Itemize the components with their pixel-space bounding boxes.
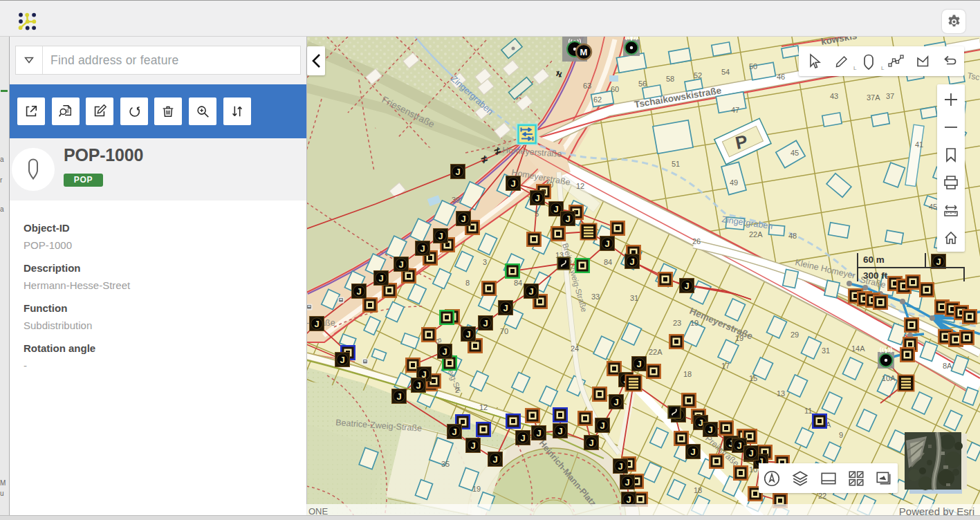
svg-text:9: 9 (839, 431, 843, 439)
svg-text:8: 8 (465, 279, 470, 287)
svg-text:54: 54 (721, 68, 730, 76)
svg-text:J: J (492, 454, 497, 465)
svg-text:3: 3 (483, 258, 487, 266)
svg-text:5: 5 (535, 210, 539, 218)
svg-text:19: 19 (735, 334, 743, 342)
svg-text:56: 56 (638, 80, 647, 88)
svg-text:46: 46 (777, 73, 785, 81)
svg-text:J: J (420, 243, 425, 254)
svg-text:J: J (737, 440, 741, 451)
svg-text:J: J (455, 167, 460, 177)
svg-text:14A: 14A (851, 344, 865, 353)
svg-text:12: 12 (576, 182, 584, 190)
svg-text:63: 63 (583, 82, 591, 90)
svg-text:24: 24 (571, 344, 579, 353)
svg-text:19: 19 (690, 319, 699, 327)
svg-text:J: J (378, 273, 383, 284)
svg-text:J: J (626, 494, 631, 505)
svg-text:33: 33 (591, 292, 600, 301)
svg-text:18: 18 (683, 370, 692, 378)
svg-text:58: 58 (666, 75, 674, 83)
svg-text:19: 19 (472, 485, 481, 493)
svg-text:45: 45 (791, 149, 799, 157)
svg-text:J: J (684, 281, 689, 291)
svg-text:J: J (629, 257, 634, 267)
svg-text:22A: 22A (649, 348, 663, 356)
svg-text:J: J (398, 259, 403, 270)
svg-text:J: J (503, 303, 508, 313)
svg-text:J: J (536, 428, 541, 438)
svg-text:J: J (510, 178, 515, 189)
svg-text:J: J (636, 359, 641, 369)
svg-text:13: 13 (777, 389, 785, 398)
svg-text:J: J (600, 420, 604, 431)
svg-text:J: J (356, 286, 361, 297)
svg-text:J: J (589, 438, 593, 448)
svg-text:50: 50 (749, 62, 757, 71)
svg-text:43: 43 (830, 92, 838, 100)
svg-text:J: J (465, 329, 470, 340)
svg-text:J: J (618, 461, 622, 472)
svg-text:J: J (528, 286, 533, 297)
svg-text:J: J (557, 426, 562, 436)
svg-text:51: 51 (672, 160, 680, 168)
svg-text:22A: 22A (749, 230, 763, 239)
svg-text:J: J (613, 397, 618, 407)
svg-text:J: J (625, 477, 629, 488)
svg-text:M: M (580, 47, 588, 57)
svg-text:41: 41 (915, 140, 923, 149)
svg-text:29: 29 (791, 331, 799, 339)
svg-text:J: J (708, 425, 712, 435)
svg-text:84: 84 (514, 279, 522, 287)
svg-text:10A: 10A (882, 374, 896, 382)
svg-text:J: J (698, 418, 703, 428)
svg-text:49: 49 (730, 178, 738, 187)
svg-text:23: 23 (673, 319, 681, 327)
svg-text:J: J (748, 448, 753, 458)
svg-text:84: 84 (604, 258, 612, 266)
svg-text:31: 31 (822, 346, 830, 355)
svg-text:J: J (314, 319, 319, 329)
svg-text:J: J (438, 231, 443, 241)
svg-text:J: J (396, 391, 401, 402)
svg-text:37A: 37A (867, 93, 880, 102)
svg-text:J: J (604, 239, 609, 249)
svg-text:17: 17 (721, 362, 730, 370)
svg-text:15: 15 (749, 374, 757, 382)
svg-text:J: J (936, 257, 941, 267)
svg-text:J: J (553, 204, 558, 214)
svg-text:18: 18 (694, 486, 702, 494)
svg-text:2: 2 (455, 386, 459, 394)
svg-text:12: 12 (479, 403, 488, 411)
svg-text:48: 48 (788, 232, 797, 240)
svg-text:70: 70 (500, 327, 508, 335)
svg-text:26: 26 (692, 237, 701, 245)
svg-text:37: 37 (886, 92, 894, 100)
svg-text:8A: 8A (943, 362, 952, 370)
svg-text:J: J (416, 380, 420, 391)
svg-text:62: 62 (593, 95, 602, 104)
svg-text:J: J (565, 214, 570, 224)
svg-text:J: J (690, 447, 695, 457)
svg-text:45: 45 (929, 203, 937, 211)
svg-text:60: 60 (611, 85, 619, 93)
svg-text:35: 35 (441, 460, 450, 468)
svg-text:J: J (470, 440, 475, 451)
svg-text:J: J (452, 427, 456, 437)
svg-text:J: J (535, 193, 539, 203)
svg-text:J: J (483, 318, 488, 328)
svg-text:47: 47 (731, 106, 739, 114)
svg-text:J: J (340, 355, 344, 365)
svg-text:52: 52 (694, 71, 702, 80)
svg-text:11: 11 (804, 407, 812, 415)
svg-text:J: J (461, 214, 465, 224)
svg-text:31: 31 (630, 294, 638, 302)
svg-text:J: J (520, 433, 525, 443)
svg-text:39: 39 (452, 196, 460, 204)
svg-text:J: J (442, 346, 447, 357)
